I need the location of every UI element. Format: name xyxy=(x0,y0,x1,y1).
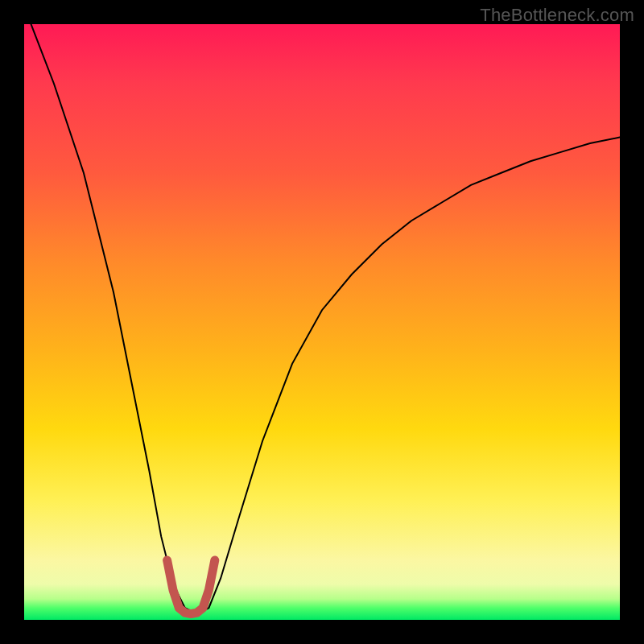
chart-svg xyxy=(24,24,620,620)
bottleneck-curve-path xyxy=(24,24,620,614)
optimal-zone-marker-path xyxy=(167,560,215,614)
watermark-text: TheBottleneck.com xyxy=(480,5,634,26)
chart-plot-area xyxy=(24,24,620,620)
